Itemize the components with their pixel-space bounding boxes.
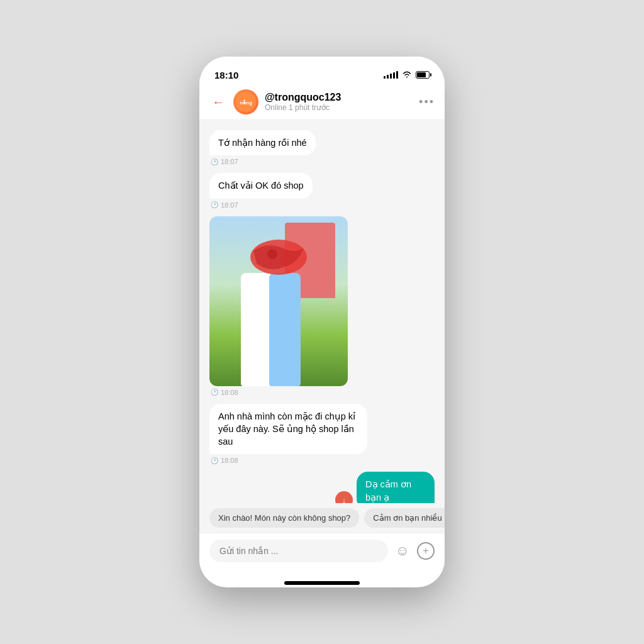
message-bubble: Anh nhà mình còn mặc đi chụp kỉ yếu đây …	[209, 404, 367, 455]
clock-icon: 🕐	[211, 158, 218, 165]
face-censor	[247, 235, 310, 279]
image-bubble[interactable]	[209, 216, 348, 386]
message-group-1: Tớ nhận hàng rồi nhé 🕐 18:07	[209, 130, 435, 165]
message-text: Dạ cảm ơn bạn ạ	[365, 479, 411, 502]
message-text: Tớ nhận hàng rồi nhé	[218, 138, 307, 148]
chat-header: ← nắng @trongquoc123 Online 1 phút trước…	[199, 84, 445, 120]
svg-point-4	[280, 253, 292, 265]
message-text: Chất vải OK đó shop	[218, 180, 304, 191]
message-input[interactable]	[209, 540, 388, 562]
sent-wrapper: ↓ Dạ cảm ơn bạn ạ	[323, 472, 435, 503]
message-bubble: Dạ cảm ơn bạn ạ	[357, 472, 435, 503]
status-bar: 18:10	[199, 57, 445, 84]
wifi-icon	[402, 70, 412, 80]
quick-reply-2[interactable]: Cảm ơn bạn nhiều n	[364, 508, 445, 528]
message-text: Anh nhà mình còn mặc đi chụp kỉ yếu đây …	[218, 411, 355, 447]
bubble-row: Chất vải OK đó shop	[209, 173, 435, 198]
status-time: 18:10	[214, 70, 238, 80]
download-button[interactable]: ↓	[335, 491, 353, 503]
back-button[interactable]: ←	[209, 92, 227, 112]
chat-area: Tớ nhận hàng rồi nhé 🕐 18:07 Chất vải OK…	[199, 120, 445, 503]
bubble-row: Tớ nhận hàng rồi nhé	[209, 130, 435, 155]
signal-bars-icon	[384, 71, 398, 79]
status-icons	[384, 70, 430, 80]
clock-icon: 🕐	[211, 457, 218, 464]
message-group-3: 🕐 18:08	[209, 216, 435, 396]
emoji-button[interactable]: ☺	[396, 543, 409, 559]
bubble-row: Anh nhà mình còn mặc đi chụp kỉ yếu đây …	[209, 404, 435, 455]
home-indicator	[284, 581, 360, 585]
message-group-5: ↓ Dạ cảm ơn bạn ạ ✓ 🕐 18:10	[209, 472, 435, 503]
header-online-status: Online 1 phút trước	[265, 103, 413, 112]
clock-icon: 🕐	[211, 389, 218, 396]
message-group-2: Chất vải OK đó shop 🕐 18:07	[209, 173, 435, 208]
attach-button[interactable]: +	[417, 542, 435, 560]
battery-icon	[416, 71, 430, 79]
message-timestamp: 🕐 18:07	[209, 201, 435, 209]
bubble-row	[209, 216, 435, 386]
clock-icon: 🕐	[211, 201, 218, 208]
header-username: @trongquoc123	[265, 92, 413, 103]
quick-replies-bar: Xin chào! Món này còn không shop? Cảm ơn…	[199, 503, 445, 533]
svg-point-3	[267, 249, 277, 259]
input-area: ☺ +	[199, 533, 445, 577]
message-timestamp: 🕐 18:07	[209, 158, 435, 165]
more-options-button[interactable]: •••	[419, 96, 435, 109]
svg-text:nắng: nắng	[240, 99, 252, 106]
message-timestamp: 🕐 18:08	[209, 389, 435, 396]
couple-image	[209, 216, 348, 386]
message-timestamp: 🕐 18:08	[209, 457, 435, 464]
phone-frame: 18:10 ←	[199, 57, 445, 587]
message-bubble: Chất vải OK đó shop	[209, 173, 313, 198]
quick-reply-1[interactable]: Xin chào! Món này còn không shop?	[209, 508, 359, 528]
header-info: @trongquoc123 Online 1 phút trước	[265, 92, 413, 112]
avatar: nắng	[233, 89, 258, 114]
chat-image	[209, 216, 348, 386]
message-group-4: Anh nhà mình còn mặc đi chụp kỉ yếu đây …	[209, 404, 435, 465]
bubble-row: ↓ Dạ cảm ơn bạn ạ	[209, 472, 435, 503]
message-bubble: Tớ nhận hàng rồi nhé	[209, 130, 316, 155]
